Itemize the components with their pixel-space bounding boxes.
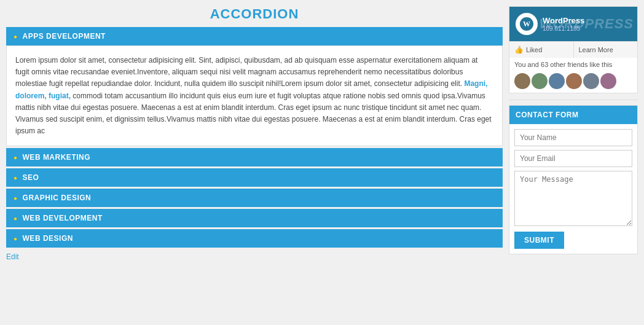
bullet-icon: ● [14,174,18,181]
accordion-item-seo: ● SEO [6,168,503,187]
main-content: ACCORDION ● APPS DEVELOPMENT Lorem ipsum… [6,6,503,261]
learn-more-label: Learn More [579,46,613,53]
contact-form-title: CONTACT FORM [509,106,637,124]
avatar [566,73,582,89]
name-input[interactable] [514,129,632,146]
accordion-label-seo: SEO [23,173,39,182]
email-input[interactable] [514,150,632,167]
sidebar-divider [509,100,638,100]
accordion-header-web-development[interactable]: ● WEB DEVELOPMENT [6,209,503,227]
page-title: ACCORDION [6,6,503,22]
bullet-icon: ● [14,195,18,202]
bullet-icon: ● [14,235,18,242]
thumbs-up-icon: 👍 [514,45,524,54]
wordpress-widget: W WordPress 109.611.1185 WordPress 👍 Lik [509,6,638,93]
liked-label: Liked [526,46,542,53]
accordion-item-apps-dev: ● APPS DEVELOPMENT Lorem ipsum dolor sit… [6,27,503,146]
contact-form-body: SUBMIT [509,124,637,254]
wordpress-url: 109.611.1185 [543,25,584,32]
liked-button[interactable]: 👍 Liked [509,42,574,58]
learn-more-button[interactable]: Learn More [574,42,638,58]
edit-link[interactable]: Edit [6,253,19,261]
sidebar: W WordPress 109.611.1185 WordPress 👍 Lik [509,6,638,261]
avatar [600,73,616,89]
bullet-icon: ● [14,33,18,40]
avatar [583,73,599,89]
friends-text: You and 63 other friends like this [509,58,637,71]
accordion-header-graphic-design[interactable]: ● GRAPHIC DESIGN [6,189,503,207]
bullet-icon: ● [14,154,18,161]
bullet-icon: ● [14,215,18,222]
submit-button[interactable]: SUBMIT [514,232,564,249]
accordion-label-apps-dev: APPS DEVELOPMENT [23,32,106,41]
wordpress-info: WordPress 109.611.1185 [543,16,584,32]
contact-form-widget: CONTACT FORM SUBMIT [509,105,638,254]
accordion-label-web-design: WEB DESIGN [23,234,73,243]
accordion-content-apps-dev: Lorem ipsum dolor sit amet, consectetur … [6,45,503,146]
accordion-text-after: commodi totam accusantium illo incidunt … [15,92,492,136]
accordion-item-web-development: ● WEB DEVELOPMENT [6,209,503,227]
wordpress-logo: W [516,13,538,35]
accordion-item-web-design: ● WEB DESIGN [6,229,503,248]
accordion-label-graphic-design: GRAPHIC DESIGN [23,194,92,202]
accordion-item-graphic-design: ● GRAPHIC DESIGN [6,189,503,207]
accordion-label-web-marketing: WEB MARKETING [23,153,91,162]
message-textarea[interactable] [514,171,632,226]
friend-avatars [509,71,637,93]
avatar [514,73,530,89]
wordpress-actions: 👍 Liked Learn More [509,41,637,58]
accordion-label-web-development: WEB DEVELOPMENT [23,214,103,222]
accordion-header-apps-dev[interactable]: ● APPS DEVELOPMENT [6,27,503,45]
accordion-text-normal: Lorem ipsum dolor sit amet, consectetur … [15,56,477,88]
wordpress-banner: W WordPress 109.611.1185 WordPress [509,7,637,41]
accordion-header-web-design[interactable]: ● WEB DESIGN [6,229,503,248]
accordion-header-seo[interactable]: ● SEO [6,168,503,187]
svg-text:W: W [523,20,530,28]
accordion-item-web-marketing: ● WEB MARKETING [6,148,503,166]
avatar [549,73,565,89]
wordpress-title: WordPress [543,16,584,25]
accordion-header-web-marketing[interactable]: ● WEB MARKETING [6,148,503,166]
avatar [532,73,548,89]
